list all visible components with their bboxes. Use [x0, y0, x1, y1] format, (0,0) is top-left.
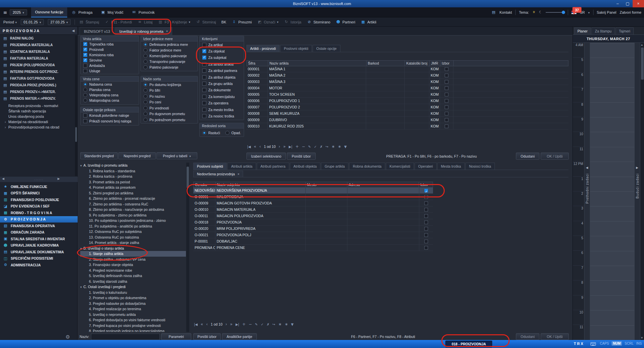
table-row[interactable]: 000001 MAŠINA 1 KOM [246, 66, 568, 72]
collapse-sidebar-icon[interactable] [72, 29, 75, 32]
toolbar-button[interactable]: Partneri [336, 19, 355, 24]
hour-slot[interactable]: 10 [573, 310, 584, 325]
previous-record-icon[interactable] [259, 144, 261, 149]
data-tab[interactable]: Komercijalisti [386, 163, 414, 170]
sidebar-splitter[interactable] [0, 177, 78, 182]
previous-tasks-tab[interactable]: Prethodni zadaci [584, 43, 590, 340]
checkbox-row[interactable]: Sirovine [81, 58, 139, 63]
column-header[interactable]: Oznaka [194, 182, 216, 187]
checkbox[interactable] [83, 42, 87, 46]
sun-icon[interactable]: ☀ [532, 10, 536, 14]
radio-row[interactable]: Opad. [225, 130, 241, 136]
hour-slot[interactable]: 7 [573, 87, 584, 102]
tree-item[interactable]: 12. Ostvarena RuC po subjektima [80, 229, 186, 235]
checkbox-row[interactable]: Usluge [81, 68, 139, 74]
toolbar-button[interactable]: Listaj [137, 19, 153, 24]
hour-slot[interactable]: 10 [573, 132, 584, 147]
slider-knob[interactable] [562, 11, 565, 14]
close-forms-button[interactable]: Zatvori forme [620, 10, 641, 14]
fast-forward-icon[interactable] [283, 144, 286, 149]
checkbox[interactable] [202, 75, 206, 79]
radio-row[interactable]: Transportno pakovanje [141, 59, 198, 64]
tree-item[interactable]: 13. Ostvarena RuC po nalozima [80, 235, 186, 240]
sidebar-section[interactable]: PDV EVIDENCIJA I SEF [0, 203, 78, 210]
delete-record-icon[interactable] [302, 144, 305, 149]
future-tasks-tab[interactable]: Budući zadaci [634, 43, 640, 340]
checkbox[interactable] [202, 95, 206, 99]
tree-scrollbar[interactable] [186, 163, 189, 332]
hour-slot[interactable]: 1 [573, 177, 584, 191]
sidebar-section[interactable]: FINANSIJSKA OPERATIVA [0, 223, 78, 229]
data-tab[interactable]: Nosioci troška [465, 163, 495, 170]
scroll-down-icon[interactable] [641, 337, 643, 339]
radio-button[interactable] [143, 48, 147, 52]
main-tab[interactable]: Izveštaji iz robnog prometa [115, 27, 172, 35]
row-checkbox[interactable] [424, 221, 428, 224]
first-record-icon[interactable] [247, 145, 251, 149]
cancel-record-icon[interactable] [266, 323, 269, 326]
table-row[interactable]: 000002 MAŠINA 2 KOM [246, 72, 568, 79]
sidebar-item[interactable]: PRIJEM (POLU)PROIZVODA [0, 62, 77, 68]
kontakt-link[interactable]: Kontakt [500, 10, 512, 14]
radio-button[interactable] [143, 118, 147, 122]
close-subtab-icon[interactable] [237, 172, 239, 176]
collapse-right-icon[interactable] [636, 166, 638, 169]
subtab[interactable]: Nedovršena proizvodnja [193, 171, 243, 177]
table-row[interactable]: 000005 TOCH SCREEN KOM [246, 91, 568, 98]
radio-button[interactable] [143, 54, 147, 58]
radio-row[interactable]: Po vrednosti [141, 105, 198, 111]
cancel-button[interactable]: Odustani [516, 153, 539, 160]
sidebar-item[interactable]: PRENOS PROIZV.<->MATER. [0, 88, 77, 95]
hour-slot[interactable]: 11 [573, 325, 584, 340]
tree-item[interactable]: 2. Stanje zaliha - nabavna i VP cena [80, 257, 186, 262]
checkbox[interactable] [202, 108, 206, 112]
clear-selection-button[interactable]: Poništi izbor [287, 153, 316, 160]
scrollbar-thumb[interactable] [641, 48, 644, 80]
hour-slot[interactable]: 11 [573, 147, 584, 162]
clear-selection-button-bottom[interactable]: Poništi izbor [193, 333, 221, 340]
row-checkbox[interactable] [424, 214, 428, 218]
ok-save-button[interactable]: OK / Upiši [541, 153, 569, 160]
row-checkbox[interactable] [445, 105, 448, 109]
tree-item[interactable]: 7. Pregled kupaca po visini prodajne vre… [80, 323, 186, 329]
planner-schedule[interactable] [590, 43, 634, 340]
main-tab[interactable]: BIZNISOFT v13 [80, 27, 114, 35]
menu-item[interactable]: Osnovne funkcije [31, 7, 67, 17]
tree-item[interactable]: 4. Pregled rezervisane robe [80, 268, 186, 273]
checkbox-row[interactable]: Trgovačka roba [81, 41, 139, 47]
hide-panel-button[interactable]: Sakrij Panel [597, 10, 617, 14]
sidebar-section[interactable]: OMILJENE FUNKCIJE [0, 183, 78, 190]
sidebar-section[interactable]: OBRAČUN ZARADA [0, 229, 78, 236]
close-button[interactable]: × [633, 0, 644, 7]
sidebar-tree-item[interactable]: Materijal na obradi/doradi [0, 119, 77, 124]
checkbox[interactable] [83, 64, 87, 68]
toolbar-button[interactable]: Storniraj [196, 19, 216, 24]
edit-record-icon[interactable] [308, 145, 311, 149]
data-tab[interactable]: Atributi objekta [290, 163, 320, 170]
splitter-right-icon[interactable] [58, 177, 60, 180]
data-tab[interactable]: Ostale opcije [313, 45, 340, 52]
checkbox[interactable] [202, 69, 206, 73]
tree-item[interactable]: 5. Izveštaj o neprometu artikla [80, 312, 186, 318]
filter-icon[interactable] [291, 323, 294, 326]
data-tab[interactable]: Poslovni subjekti [193, 163, 227, 170]
sidebar-section[interactable]: UPRAVLJANJE DOKUMENTIMA [0, 249, 78, 255]
toolbar-button[interactable]: Štampaj [79, 19, 99, 24]
radio-row[interactable]: Rastući [202, 130, 220, 136]
checkbox[interactable] [202, 82, 206, 86]
checkbox[interactable] [202, 62, 206, 66]
tree-item[interactable]: 4. Promet artikla sa presekom [80, 185, 186, 190]
hour-slot[interactable]: 4 [573, 221, 584, 236]
previous-record-icon[interactable] [206, 322, 208, 327]
hour-slot[interactable]: 5 [573, 236, 584, 251]
tree-item[interactable]: 6. Izveštaj starosti zaliha [80, 279, 186, 284]
data-tab[interactable]: Robna dokumenta [349, 163, 385, 170]
checkbox[interactable] [83, 113, 87, 117]
radio-row[interactable]: Maloprodajna cena [81, 98, 139, 103]
date-from-field[interactable]: 01.01.25 [21, 19, 43, 25]
checkbox-row[interactable]: Prikaži osnovni broj naloga [81, 118, 139, 124]
radio-row[interactable]: Veleprodajna cena [81, 92, 139, 98]
hamburger-icon[interactable] [3, 10, 8, 15]
row-checkbox[interactable] [424, 201, 428, 205]
sidebar-item[interactable]: FAKTURA GOT.PROIZVODA [0, 75, 77, 82]
